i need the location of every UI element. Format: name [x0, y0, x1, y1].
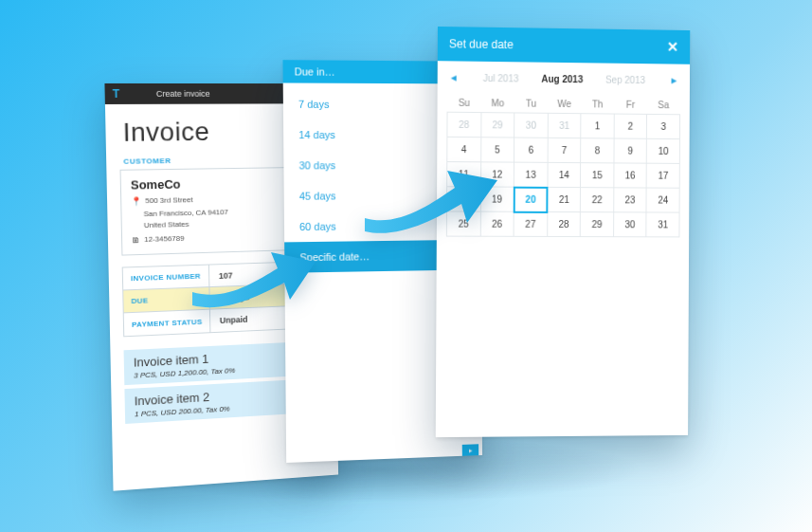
calendar-day[interactable]: 6 [514, 138, 548, 162]
calendar-day[interactable]: 30 [613, 212, 646, 237]
month-prev[interactable]: Jul 2013 [483, 72, 519, 83]
calendar-day[interactable]: 16 [614, 163, 647, 188]
calendar-day[interactable]: 17 [646, 163, 679, 188]
dow-label: Th [581, 95, 614, 114]
calendar-day[interactable]: 9 [614, 138, 647, 163]
calendar-day[interactable]: 18 [446, 187, 480, 211]
calendar-day[interactable]: 3 [647, 114, 680, 138]
calendar-day[interactable]: 26 [480, 211, 514, 236]
dow-label: We [548, 95, 581, 114]
close-icon[interactable]: ✕ [667, 39, 679, 56]
customer-addr1: 500 3rd Street [145, 194, 192, 207]
dow-label: Mo [481, 94, 514, 113]
field-label: INVOICE NUMBER [123, 266, 210, 290]
calendar-day[interactable]: 28 [547, 211, 580, 236]
panel-header: Set due date ✕ [438, 27, 690, 64]
calendar-day[interactable]: 27 [514, 211, 547, 236]
field-value: 107 [209, 270, 233, 281]
field-label: PAYMENT STATUS [124, 310, 211, 337]
field-value: 30 days [210, 292, 250, 303]
customer-tax: 12-3456789 [144, 232, 185, 245]
month-navigator: ◂ Jul 2013 Aug 2013 Sep 2013 ▸ [438, 61, 690, 92]
pin-icon: 📍 [131, 195, 141, 209]
calendar-day[interactable]: 12 [480, 162, 514, 187]
calendar-panel: Set due date ✕ ◂ Jul 2013 Aug 2013 Sep 2… [436, 27, 691, 437]
calendar-day[interactable]: 5 [480, 138, 514, 162]
calendar-day[interactable]: 8 [581, 138, 614, 163]
dow-label: Su [447, 94, 481, 113]
calendar-day[interactable]: 2 [614, 114, 647, 138]
calendar-day[interactable]: 31 [646, 212, 679, 237]
calendar-day[interactable]: 22 [581, 188, 614, 212]
calendar-day[interactable]: 28 [447, 112, 481, 137]
month-next[interactable]: Sep 2013 [605, 74, 645, 84]
doc-icon: 🗎 [132, 234, 140, 248]
customer-addr3: United States [144, 218, 189, 230]
next-month-button[interactable]: ▸ [668, 71, 681, 88]
month-current: Aug 2013 [541, 73, 583, 84]
calendar-day[interactable]: 29 [480, 113, 514, 138]
expand-icon[interactable]: ▸ [462, 444, 478, 456]
calendar-day[interactable]: 19 [480, 187, 514, 211]
calendar-day[interactable]: 10 [647, 138, 680, 163]
dow-label: Tu [514, 94, 548, 113]
calendar-day[interactable]: 23 [614, 188, 647, 212]
field-label: DUE [123, 287, 210, 312]
calendar-day[interactable]: 15 [581, 163, 614, 188]
calendar-day[interactable]: 11 [447, 162, 481, 187]
calendar-day[interactable]: 1 [581, 114, 614, 138]
calendar-day[interactable]: 20 [514, 187, 547, 211]
calendar-day[interactable]: 21 [548, 187, 581, 211]
calendar-day[interactable]: 25 [446, 211, 480, 236]
panel-title: Set due date [449, 37, 514, 51]
field-value: Unpaid [210, 315, 247, 325]
calendar-day[interactable]: 24 [646, 188, 679, 212]
calendar-grid: SuMoTuWeThFrSa 2829303112345678910111213… [446, 94, 680, 238]
dow-label: Sa [647, 96, 680, 115]
dow-label: Fr [614, 96, 647, 115]
calendar-day[interactable]: 14 [548, 162, 581, 187]
calendar-day[interactable]: 31 [548, 113, 581, 138]
app-logo: T [113, 86, 128, 101]
calendar-day[interactable]: 4 [447, 137, 481, 161]
topbar-title: Create invoice [156, 89, 210, 99]
calendar-day[interactable]: 30 [514, 113, 548, 138]
calendar-day[interactable]: 29 [580, 212, 613, 237]
prev-month-button[interactable]: ◂ [447, 68, 460, 85]
calendar-day[interactable]: 13 [514, 162, 547, 187]
panel-title: Due in… [295, 65, 335, 77]
calendar-day[interactable]: 7 [548, 138, 581, 162]
